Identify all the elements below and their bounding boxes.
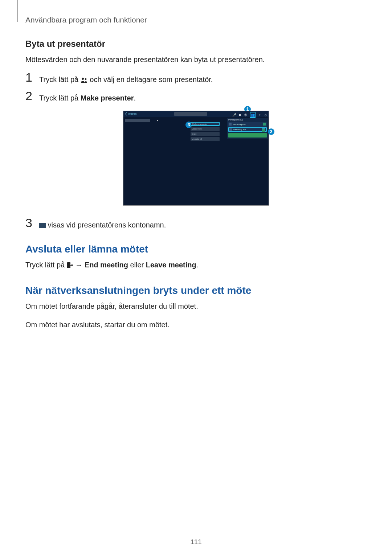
panel-action-button	[228, 133, 267, 138]
ss-title-placeholder	[174, 112, 207, 116]
network-p2: Om mötet har avslutats, startar du om mö…	[25, 319, 367, 331]
heading-network-lost: När nätverksanslutningen bryts under ett…	[25, 285, 367, 296]
bold-leave: Leave meeting	[146, 261, 196, 269]
step-body: visas vid presentatörens kontonamn.	[39, 218, 166, 230]
presenter-badge-icon	[39, 223, 46, 228]
step-3: 3 visas vid presentatörens kontonamn.	[25, 218, 367, 230]
ss-context-menu: Make presenter Make host Expel Unmute al…	[191, 122, 220, 142]
menu-unmute-all: Unmute all	[191, 137, 220, 141]
avatar-icon	[229, 128, 232, 131]
step-number: 2	[25, 90, 39, 102]
step-1: 1 Tryck lätt på och välj en deltagare so…	[25, 73, 367, 86]
avatar-icon	[229, 123, 232, 126]
step1-text-b: och välj en deltagare som presentatör.	[90, 75, 213, 83]
subheading-change-presenter: Byta ut presentatör	[25, 39, 367, 49]
ss-participants-panel: Participants (2) Samsung Kim samsung lee	[227, 118, 268, 139]
menu-make-host: Make host	[191, 127, 220, 131]
intro-paragraph: Mötesvärden och den nuvarande presentatö…	[25, 54, 367, 65]
exit-door-icon	[67, 260, 73, 272]
screenshot-figure: 1 2 3 ❮ webex 🎤 ■ ✆ 👥 ＋ ⎋ Make presenter	[25, 111, 367, 207]
webex-screenshot: 1 2 3 ❮ webex 🎤 ■ ✆ 👥 ＋ ⎋ Make presenter	[123, 111, 269, 206]
participant-name: Samsung Kim	[233, 123, 246, 126]
step-number: 3	[25, 217, 39, 229]
mic-status-icon	[263, 123, 266, 126]
network-p1: Om mötet fortfarande pågår, återansluter…	[25, 301, 367, 312]
mid: eller	[128, 261, 146, 269]
exit-icon: ⎋	[264, 113, 267, 117]
page-number: 111	[0, 538, 392, 546]
participant-row-2: samsung lee	[228, 127, 267, 132]
svg-point-1	[85, 78, 86, 80]
step1-text-a: Tryck lätt på	[39, 75, 81, 83]
end-meeting-paragraph: Tryck lätt på → End meeting eller Leave …	[25, 259, 367, 272]
participants-icon: 👥	[250, 112, 256, 118]
menu-expel: Expel	[191, 132, 220, 136]
svg-rect-2	[67, 262, 70, 268]
page-content: Användbara program och funktioner Byta u…	[0, 0, 392, 554]
end-period: .	[196, 261, 199, 269]
step3-text: visas vid presentatörens kontonamn.	[48, 221, 166, 229]
ss-back-label: ❮ webex	[125, 112, 136, 115]
panel-header: Participants (2)	[227, 118, 268, 122]
step-body: Tryck lätt på och välj en deltagare som …	[39, 73, 213, 86]
menu-make-presenter: Make presenter	[191, 122, 220, 126]
running-header: Användbara program och funktioner	[25, 16, 367, 24]
ss-dot	[157, 120, 158, 121]
participant-name: samsung lee	[233, 128, 246, 131]
heading-end-meeting: Avsluta eller lämna mötet	[25, 243, 367, 255]
step-number: 1	[25, 71, 39, 83]
ss-icon-row: 🎤 ■ ✆ 👥 ＋ ⎋	[232, 112, 267, 118]
mic-icon: 🎤	[232, 113, 236, 117]
p-a: Tryck lätt på	[25, 261, 67, 269]
add-user-icon: ＋	[258, 113, 261, 117]
callout-2: 2	[268, 128, 274, 135]
participants-icon	[81, 75, 88, 86]
ss-topbar: ❮ webex 🎤 ■ ✆ 👥 ＋ ⎋	[123, 111, 269, 117]
participant-row-1: Samsung Kim	[228, 122, 267, 127]
video-icon: ■	[238, 113, 242, 117]
step2-bold: Make presenter	[81, 94, 134, 102]
arrow: →	[73, 261, 85, 269]
step-2: 2 Tryck lätt på Make presenter.	[25, 91, 367, 103]
ss-subtitle-placeholder	[125, 119, 150, 122]
step2-text-b: .	[134, 94, 136, 102]
mic-status-icon	[262, 128, 265, 132]
step2-text-a: Tryck lätt på	[39, 94, 81, 102]
phone-icon: ✆	[244, 113, 248, 117]
bold-end: End meeting	[85, 261, 128, 269]
svg-point-0	[82, 78, 84, 80]
step-body: Tryck lätt på Make presenter.	[39, 91, 136, 103]
